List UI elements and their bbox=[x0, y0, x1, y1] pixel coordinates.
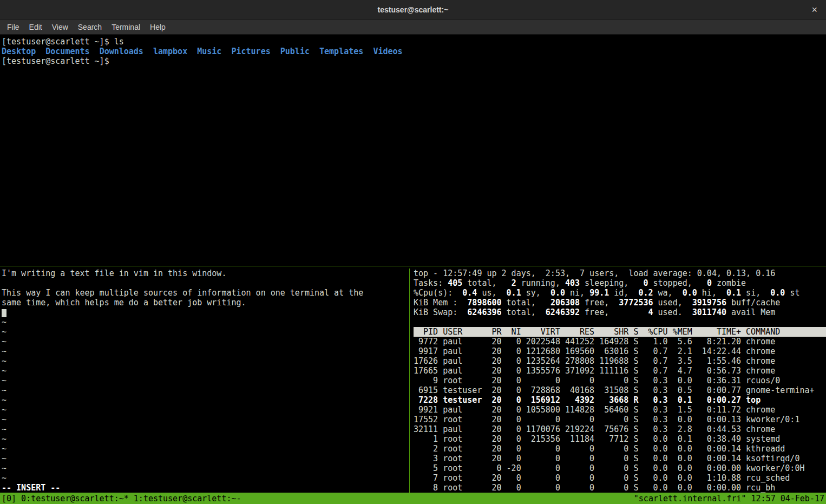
menu-item-search[interactable]: Search bbox=[73, 21, 107, 34]
vim-text-line bbox=[2, 278, 406, 288]
top-summary-segment: 0 bbox=[707, 278, 712, 288]
vim-tilde-line: ~ bbox=[2, 327, 406, 337]
vim-tilde-line: ~ bbox=[2, 385, 406, 395]
directory-desktop: Desktop bbox=[2, 47, 36, 56]
pane-divider-horizontal[interactable] bbox=[0, 264, 826, 269]
close-icon[interactable]: × bbox=[807, 0, 822, 19]
top-summary-line: %Cpu(s): 0.4 us, 0.1 sy, 0.0 ni, 99.1 id… bbox=[414, 288, 826, 298]
process-row: 2 root 20 0 0 0 0 S 0.0 0.0 0:00.14 kthr… bbox=[414, 444, 826, 454]
bottom-panes: I'm writing a text file in vim in this w… bbox=[0, 269, 826, 493]
blank-line bbox=[414, 317, 826, 327]
vim-tilde-line: ~ bbox=[2, 415, 406, 424]
top-summary-segment: %Cpu(s): bbox=[414, 288, 462, 298]
ls-output: Desktop Documents Downloads lampbox Musi… bbox=[2, 47, 824, 56]
vim-tilde-line: ~ bbox=[2, 405, 406, 415]
top-pane[interactable]: top - 12:57:49 up 2 days, 2:53, 7 users,… bbox=[411, 269, 826, 493]
process-row: 7 root 20 0 0 0 0 S 0.0 0.0 1:10.88 rcu_… bbox=[414, 473, 826, 483]
process-list: 9772 paul 20 0 2022548 441252 164928 S 1… bbox=[414, 337, 826, 493]
top-summary-segment: st bbox=[785, 288, 799, 298]
vim-tilde-line: ~ bbox=[2, 444, 406, 454]
top-summary-line: KiB Mem : 7898600 total, 206308 free, 37… bbox=[414, 298, 826, 307]
process-row: 17626 paul 20 0 1235264 278808 119688 S … bbox=[414, 356, 826, 366]
menu-bar: FileEditViewSearchTerminalHelp bbox=[0, 20, 826, 35]
vim-tilde-line: ~ bbox=[2, 356, 406, 366]
process-row: 6915 testuser 20 0 728868 40168 31508 S … bbox=[414, 385, 826, 395]
top-summary-segment: 206308 bbox=[550, 298, 580, 307]
vim-tilde-line: ~ bbox=[2, 317, 406, 327]
top-summary-segment: us, bbox=[477, 288, 506, 298]
top-summary-segment: top - 12:57:49 up 2 days, 2:53, 7 users,… bbox=[414, 269, 775, 278]
vim-tilde-line: ~ bbox=[2, 473, 406, 483]
vim-text-line: I'm writing a text file in vim in this w… bbox=[2, 269, 406, 278]
top-summary-line: Tasks: 405 total, 2 running, 403 sleepin… bbox=[414, 278, 826, 288]
top-summary-line: KiB Swap: 6246396 total, 6246392 free, 4… bbox=[414, 307, 826, 317]
top-summary-segment: 0.2 bbox=[638, 288, 653, 298]
process-row: 7228 testuser 20 0 156912 4392 3668 R 0.… bbox=[414, 395, 826, 405]
top-summary-segment: stopped, bbox=[648, 278, 707, 288]
top-summary-segment: running, bbox=[516, 278, 565, 288]
vim-tilde-line: ~ bbox=[2, 454, 406, 463]
directory-documents: Documents bbox=[45, 47, 89, 56]
terminal-screen: [testuser@scarlett ~]$ ls Desktop Docume… bbox=[0, 35, 826, 504]
top-summary-segment: sy, bbox=[521, 288, 550, 298]
top-summary-segment: 403 bbox=[565, 278, 580, 288]
top-summary-segment: 0.0 bbox=[683, 288, 697, 298]
window-title: testuser@scarlett:~ bbox=[378, 5, 449, 14]
top-summary-line: top - 12:57:49 up 2 days, 2:53, 7 users,… bbox=[414, 269, 826, 278]
top-summary-segment: 4 bbox=[648, 307, 653, 317]
shell-command-line: [testuser@scarlett ~]$ ls bbox=[2, 37, 824, 47]
menu-item-edit[interactable]: Edit bbox=[24, 21, 47, 34]
process-row: 1 root 20 0 215356 11184 7712 S 0.0 0.1 … bbox=[414, 434, 826, 444]
tmux-session-windows: [0] 0:testuser@scarlett:~* 1:testuser@sc… bbox=[2, 494, 241, 503]
vim-tilde-line: ~ bbox=[2, 346, 406, 356]
top-summary-segment: si, bbox=[741, 288, 770, 298]
process-row: 9 root 20 0 0 0 0 S 0.3 0.0 0:36.31 rcuo… bbox=[414, 376, 826, 385]
top-summary-segment: 0.0 bbox=[550, 288, 565, 298]
top-summary-segment: free, bbox=[580, 307, 648, 317]
vim-tilde-line: ~ bbox=[2, 366, 406, 376]
top-summary-segment: 3919756 bbox=[692, 298, 726, 307]
process-row: 3 root 20 0 0 0 0 S 0.0 0.0 0:00.14 ksof… bbox=[414, 454, 826, 463]
vim-mode-indicator: -- INSERT -- bbox=[2, 483, 406, 493]
directory-pictures: Pictures bbox=[231, 47, 270, 56]
vim-text-line: same time, which helps me do a better jo… bbox=[2, 298, 406, 307]
directory-templates: Templates bbox=[319, 47, 363, 56]
shell-pane[interactable]: [testuser@scarlett ~]$ ls Desktop Docume… bbox=[0, 35, 826, 264]
process-row: 17552 root 20 0 0 0 0 S 0.3 0.0 0:00.13 … bbox=[414, 415, 826, 424]
top-summary-segment: 405 bbox=[448, 278, 462, 288]
terminal-window: testuser@scarlett:~ × FileEditViewSearch… bbox=[0, 0, 826, 504]
top-summary-segment: 0.4 bbox=[462, 288, 477, 298]
window-titlebar[interactable]: testuser@scarlett:~ × bbox=[0, 0, 826, 20]
process-row: 17665 paul 20 0 1355576 371092 111116 S … bbox=[414, 366, 826, 376]
process-row: 9917 paul 20 0 1212680 169560 63016 S 0.… bbox=[414, 346, 826, 356]
vim-tilde-line: ~ bbox=[2, 337, 406, 346]
top-summary-segment: 6246392 bbox=[546, 307, 580, 317]
menu-item-help[interactable]: Help bbox=[145, 21, 171, 34]
vim-cursor-line bbox=[2, 307, 406, 317]
pane-divider-vertical[interactable] bbox=[409, 269, 410, 493]
vim-cursor bbox=[2, 309, 6, 317]
menu-item-file[interactable]: File bbox=[2, 21, 24, 34]
vim-tilde-line: ~ bbox=[2, 395, 406, 405]
top-summary-segment: 99.1 bbox=[589, 288, 609, 298]
top-summary-segment: avail Mem bbox=[726, 307, 775, 317]
top-summary-segment: hi, bbox=[697, 288, 726, 298]
process-table-header: PID USER PR NI VIRT RES SHR S %CPU %MEM … bbox=[414, 327, 826, 337]
top-summary-segment: 3011740 bbox=[692, 307, 726, 317]
vim-text-line: This way I can keep multiple sources of … bbox=[2, 288, 406, 298]
directory-music: Music bbox=[197, 47, 221, 56]
top-summary-segment: buff/cache bbox=[726, 298, 780, 307]
top-summary-segment: total, bbox=[502, 298, 550, 307]
menu-item-view[interactable]: View bbox=[47, 21, 73, 34]
top-summary-segment: id, bbox=[609, 288, 638, 298]
process-row: 9772 paul 20 0 2022548 441252 164928 S 1… bbox=[414, 337, 826, 346]
top-summary-segment: ni, bbox=[565, 288, 589, 298]
directory-downloads: Downloads bbox=[100, 47, 143, 56]
top-summary-segment: total, bbox=[462, 278, 511, 288]
top-summary-segment: zombie bbox=[712, 278, 746, 288]
vim-tilde-line: ~ bbox=[2, 463, 406, 473]
top-summary-segment: 0 bbox=[643, 278, 648, 288]
menu-item-terminal[interactable]: Terminal bbox=[107, 21, 145, 34]
vim-pane[interactable]: I'm writing a text file in vim in this w… bbox=[0, 269, 408, 493]
top-summary-segment: 6246396 bbox=[467, 307, 501, 317]
